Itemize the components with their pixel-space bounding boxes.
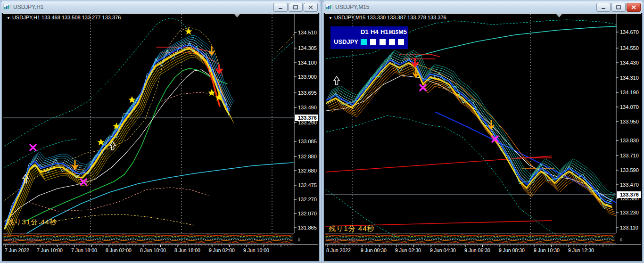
titlebar[interactable]: USDJPY,M15 [323, 1, 643, 13]
price-axis-label: 132.270 [298, 197, 317, 202]
time-axis-label: 7 Jun 2022 [5, 247, 29, 253]
price-axis-label: 133.900 [298, 74, 317, 80]
indicator-line [416, 26, 616, 57]
time-axis-label: 8 Jun 2022 [326, 247, 351, 253]
window-title: USDJPY,H1 [13, 4, 273, 10]
price-axis-label: 134.305 [298, 45, 317, 51]
time-axis-label: 9 Jun 12:30 [568, 247, 594, 253]
subwindow-indicator-line [326, 242, 614, 243]
panel-signal-square [370, 39, 376, 45]
price-axis-label: 134.100 [298, 60, 317, 66]
current-price-value: 133.376 [298, 115, 317, 121]
candle-countdown-timer: 残り31分 44秒 [7, 218, 57, 227]
price-axis-label: 134.070 [620, 104, 639, 110]
time-axis-label: 9 Jun 02:30 [395, 247, 421, 253]
indicator-line [328, 66, 613, 210]
price-axis-label: 134.670 [620, 29, 639, 35]
chart-shift-triangle[interactable] [556, 14, 562, 17]
indicator-line [6, 49, 230, 229]
time-axis-label: 8 Jun 18:00 [174, 247, 200, 253]
chart-client-area[interactable]: 134.670134.550134.430134.310134.190134.0… [325, 13, 641, 260]
subwindow-indicator-line [4, 239, 292, 240]
chart-canvas[interactable]: 134.670134.550134.430134.310134.190134.0… [325, 13, 641, 260]
current-price-value: 133.376 [620, 192, 639, 197]
indicator-line [8, 55, 233, 235]
price-axis-label: 133.695 [298, 90, 317, 96]
panel-signal-square [398, 39, 404, 45]
panel-timeframe-label: H4 [371, 28, 379, 35]
ohlc-header[interactable]: ▼USDJPY,H1 133.468 133.508 133.277 133.3… [7, 15, 121, 20]
price-axis-label: 131.865 [298, 225, 317, 230]
time-axis-label: 9 Jun 08:30 [499, 247, 525, 253]
star-signal-marker [185, 28, 192, 35]
panel-signal-square [380, 39, 386, 45]
price-axis-label: 132.475 [298, 182, 317, 188]
price-axis-label: 133.085 [298, 139, 317, 144]
chart-shift-triangle[interactable] [234, 14, 240, 17]
panel-symbol: USDJPY [334, 38, 358, 45]
subwindow-indicator-label: 0.0014 -0.97 ··· Mama(14) ··· [327, 238, 367, 242]
panel-timeframe-label: M5 [398, 28, 407, 35]
indicator-line [29, 188, 208, 211]
chart-dropdown-icon[interactable]: ▼ [329, 16, 332, 20]
indicator-line [9, 57, 234, 237]
ohlc-text: USDJPY,M15 133.330 133.387 133.278 133.3… [334, 15, 446, 20]
time-axis-label: 7 Jun 10:00 [37, 247, 63, 253]
chart-window-usdjpy-m15: USDJPY,M15 134.670134.550134.430134.3101… [322, 0, 644, 263]
price-axis-label: 134.430 [620, 60, 639, 66]
panel-timeframe-label: D1 [361, 28, 369, 35]
time-axis-label: 9 Jun 06:30 [464, 247, 490, 253]
subwindow-scale-zero: 0 [620, 238, 622, 242]
star-signal-marker [208, 89, 215, 96]
panel-timeframe-label: H1 [380, 28, 388, 35]
ohlc-header[interactable]: ▼USDJPY,M15 133.330 133.387 133.278 133.… [329, 15, 446, 20]
price-axis-label: 133.490 [298, 105, 317, 110]
subwindow-indicator-line [326, 239, 614, 240]
time-axis-label: 9 Jun 02:00 [209, 247, 235, 253]
subwindow-indicator-line [326, 238, 614, 238]
minimize-button[interactable] [596, 3, 611, 12]
maximize-button[interactable] [289, 3, 303, 12]
time-axis-label: 9 Jun 10:30 [534, 247, 560, 253]
price-axis-label: 133.470 [620, 182, 639, 188]
indicator-line [7, 51, 231, 231]
subwindow-indicator-line [4, 242, 292, 243]
price-axis-label: 133.590 [620, 167, 639, 173]
price-axis-label: 132.070 [298, 211, 317, 216]
chart-window-usdjpy-h1: USDJPY,H1 134.510134.305134.100133.90013… [0, 0, 321, 263]
price-axis-label: 133.830 [620, 138, 639, 143]
price-zigzag-line [326, 55, 611, 209]
subwindow-indicator-line [4, 236, 292, 237]
down-arrow-marker [489, 121, 494, 129]
subwindow-indicator-line [4, 238, 292, 238]
chart-client-area[interactable]: 134.510134.305134.100133.900133.695133.4… [3, 13, 318, 260]
close-button[interactable] [627, 3, 641, 12]
price-axis-label: 132.680 [298, 168, 317, 173]
price-axis-label: 134.310 [620, 75, 639, 81]
time-axis-label: 8 Jun 10:00 [140, 247, 166, 253]
indicator-line [161, 92, 218, 101]
subwindow-indicator-line [326, 240, 614, 241]
down-arrow-marker [73, 161, 77, 169]
price-axis-label: 134.510 [298, 30, 317, 35]
chart-dropdown-icon[interactable]: ▼ [7, 16, 10, 20]
close-button[interactable] [304, 3, 318, 12]
indicator-line [272, 41, 294, 61]
price-axis-label: 133.110 [620, 225, 638, 230]
price-axis-label: 133.950 [620, 119, 639, 124]
indicator-line [331, 50, 616, 194]
subwindow-indicator-label: 0.0014 -0.97 ··· Mama(14) ··· [5, 238, 45, 242]
multi-timeframe-signal-panel: D1H4H1M15M5 USDJPY [330, 26, 408, 49]
candle-countdown-timer: 残り1分 44秒 [329, 224, 375, 233]
ohlc-text: USDJPY,H1 133.468 133.508 133.277 133.37… [12, 15, 121, 20]
up-arrow-marker [334, 76, 339, 85]
maximize-button[interactable] [611, 3, 626, 12]
x-signal-marker [30, 145, 36, 150]
indicator-line [5, 18, 200, 146]
subwindow-scale-zero: 0 [298, 238, 300, 242]
minimize-button[interactable] [273, 3, 288, 12]
panel-timeframe-label: M15 [389, 30, 398, 35]
titlebar[interactable]: USDJPY,H1 [1, 1, 320, 13]
time-axis-label: 8 Jun 02:00 [106, 247, 132, 253]
time-axis-label: 9 Jun 00:30 [361, 247, 387, 253]
